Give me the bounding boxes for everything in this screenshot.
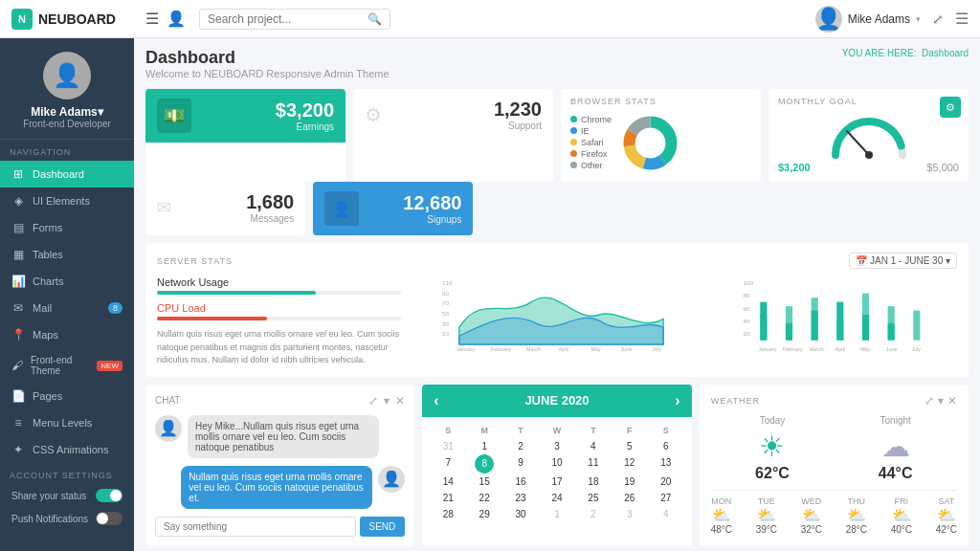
- cal-cell-24[interactable]: 24: [539, 490, 575, 506]
- forecast-thu: THU ⛅ 28°C: [846, 496, 867, 535]
- sidebar-item-menu-levels[interactable]: ≡ Menu Levels: [0, 409, 134, 436]
- svg-line-6: [847, 131, 869, 155]
- svg-text:January: January: [759, 346, 777, 352]
- cal-cell-1[interactable]: 1: [466, 438, 502, 454]
- chat-send-button[interactable]: SEND: [360, 517, 406, 537]
- weather-close-icon[interactable]: ✕: [947, 394, 957, 408]
- user-icon-nav[interactable]: 👤: [167, 10, 186, 28]
- cal-cell-23[interactable]: 23: [502, 490, 539, 506]
- cal-cell-2b[interactable]: 2: [575, 506, 612, 522]
- calendar-prev[interactable]: ‹: [434, 392, 438, 409]
- sidebar-item-forms[interactable]: ▤ Forms: [0, 214, 134, 241]
- signups-label: Signups: [403, 214, 461, 225]
- cal-cell-4[interactable]: 4: [575, 438, 612, 454]
- cal-cell-28[interactable]: 28: [430, 506, 466, 522]
- svg-rect-29: [786, 323, 792, 341]
- cal-cell-6[interactable]: 6: [648, 438, 684, 454]
- cal-hdr-6: S: [648, 423, 684, 438]
- search-input[interactable]: [208, 12, 364, 26]
- cal-cell-21[interactable]: 21: [430, 490, 466, 506]
- sidebar-item-ui-elements[interactable]: ◈ UI Elements: [0, 187, 134, 214]
- goal-current: $3,200: [778, 162, 811, 173]
- cal-cell-1b[interactable]: 1: [539, 506, 575, 522]
- cal-cell-5[interactable]: 5: [612, 438, 648, 454]
- sidebar-item-pages[interactable]: 📄 Pages: [0, 383, 134, 409]
- pages-icon: 📄: [11, 389, 25, 403]
- app-layout: 👤 Mike Adams▾ Front-end Developer NAVIGA…: [0, 38, 980, 551]
- svg-text:20: 20: [744, 330, 750, 337]
- sidebar-item-frontend-theme[interactable]: 🖌 Front-end Theme NEW: [0, 348, 134, 383]
- earnings-value: $3,200: [276, 99, 334, 121]
- tonight-temp: 44°C: [879, 465, 913, 482]
- sidebar-item-css-animations[interactable]: ✦ CSS Animations: [0, 436, 134, 463]
- push-notifications-toggle[interactable]: [96, 512, 122, 525]
- browser-stats-title: BROWSER STATS: [570, 97, 751, 106]
- chat-expand-icon[interactable]: ⤢: [368, 394, 378, 408]
- browser-stats-content: Chrome IE Safari Firefox Other: [570, 112, 751, 174]
- cal-cell-3[interactable]: 3: [539, 438, 575, 454]
- forecast-sat-day: SAT: [936, 496, 957, 506]
- chat-input[interactable]: [155, 517, 356, 537]
- weather-minimize-icon[interactable]: ▾: [938, 394, 944, 408]
- cal-cell-4b[interactable]: 4: [648, 506, 684, 522]
- gear-button[interactable]: ⚙: [940, 97, 961, 118]
- user-area[interactable]: 👤 Mike Adams ▾: [815, 6, 921, 33]
- forecast-thu-icon: ⛅: [846, 506, 867, 524]
- sidebar-item-tables[interactable]: ▦ Tables: [0, 241, 134, 268]
- cal-cell-26[interactable]: 26: [612, 490, 648, 506]
- cal-cell-9[interactable]: 9: [502, 454, 539, 474]
- svg-text:April: April: [835, 346, 846, 352]
- cal-cell-10[interactable]: 10: [539, 454, 575, 474]
- cal-cell-13[interactable]: 13: [648, 454, 684, 474]
- cal-row-2: 14 15 16 17 18 19 20: [430, 474, 683, 490]
- cal-cell-8[interactable]: 8: [475, 454, 494, 474]
- weather-expand-icon[interactable]: ⤢: [924, 394, 934, 408]
- cal-hdr-3: W: [539, 423, 575, 438]
- svg-text:70: 70: [442, 299, 449, 306]
- cal-cell-7[interactable]: 7: [430, 454, 466, 474]
- chat-bubble-1: Hey Mike...Nullam quis risus eget urna m…: [188, 415, 379, 458]
- cal-cell-25[interactable]: 25: [575, 490, 612, 506]
- cal-cell-19[interactable]: 19: [612, 474, 648, 490]
- hamburger-icon[interactable]: ☰: [145, 10, 159, 28]
- chat-close-icon[interactable]: ✕: [395, 394, 405, 408]
- chat-header: CHAT ⤢ ▾ ✕: [155, 394, 405, 408]
- sidebar-item-charts[interactable]: 📊 Charts: [0, 268, 134, 295]
- sidebar-item-mail[interactable]: ✉ Mail 8: [0, 295, 134, 321]
- nav-menu-icon[interactable]: ☰: [955, 10, 969, 28]
- cpu-progress-bar: [157, 317, 401, 320]
- forecast-wed-day: WED: [801, 496, 822, 506]
- date-range-selector[interactable]: 📅 JAN 1 - JUNE 30 ▾: [849, 253, 957, 269]
- cal-cell-27[interactable]: 27: [648, 490, 684, 506]
- cal-cell-16[interactable]: 16: [502, 474, 539, 490]
- expand-icon[interactable]: ⤢: [932, 11, 944, 27]
- sidebar-item-dashboard[interactable]: ⊞ Dashboard: [0, 161, 134, 187]
- cal-cell-18[interactable]: 18: [575, 474, 612, 490]
- cal-cell-11[interactable]: 11: [575, 454, 612, 474]
- sidebar-item-maps[interactable]: 📍 Maps: [0, 321, 134, 348]
- share-status-toggle[interactable]: [96, 489, 122, 502]
- chat-minimize-icon[interactable]: ▾: [384, 394, 390, 408]
- svg-text:March: March: [526, 346, 541, 352]
- cal-cell-2[interactable]: 2: [502, 438, 539, 454]
- legend-other: Other: [570, 161, 612, 170]
- cal-cell-29[interactable]: 29: [466, 506, 502, 522]
- user-dropdown-icon: ▾: [916, 14, 921, 24]
- signups-icon-box: 👤: [324, 191, 359, 226]
- calendar-next[interactable]: ›: [675, 392, 679, 409]
- cal-cell-22[interactable]: 22: [466, 490, 502, 506]
- cal-cell-20[interactable]: 20: [648, 474, 684, 490]
- sidebar-label-dashboard: Dashboard: [33, 168, 84, 180]
- cal-cell-3b[interactable]: 3: [612, 506, 648, 522]
- cal-cell-30[interactable]: 30: [502, 506, 539, 522]
- forecast-sat-temp: 42°C: [936, 524, 957, 535]
- cal-cell-15[interactable]: 15: [466, 474, 502, 490]
- cal-cell-14[interactable]: 14: [430, 474, 466, 490]
- menu-levels-icon: ≡: [11, 416, 25, 430]
- support-text: 1,230 Support: [494, 99, 542, 131]
- cal-cell-17[interactable]: 17: [539, 474, 575, 490]
- cal-hdr-0: S: [430, 423, 466, 438]
- cal-cell-31[interactable]: 31: [430, 438, 466, 454]
- cal-cell-12[interactable]: 12: [612, 454, 648, 474]
- signups-value: 12,680: [403, 192, 461, 214]
